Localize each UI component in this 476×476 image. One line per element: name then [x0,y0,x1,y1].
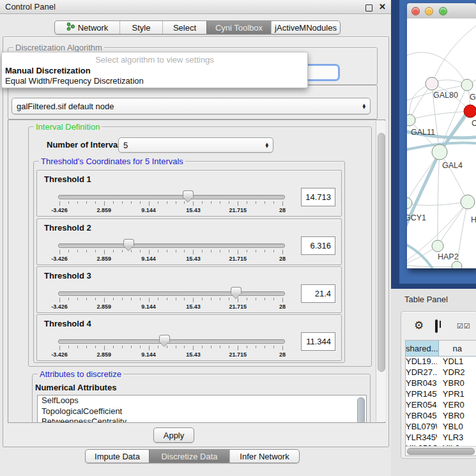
cell-shared-name[interactable]: YDR27... [406,367,437,378]
slider-tick [149,298,150,302]
tab-network[interactable]: Network [55,21,119,34]
tab-infer-network[interactable]: Infer Network [229,450,299,463]
attribute-item-selfloops[interactable]: SelfLoops [38,395,366,406]
column-header-shared-name[interactable]: shared... [406,341,439,356]
network-node-gal80[interactable] [426,77,438,90]
threshold-value-field[interactable]: 11.344 [301,332,335,351]
network-node-label: H [471,215,476,224]
cell-shared-name[interactable]: YPR145W [406,389,437,400]
slider-tick [68,298,69,300]
slider-tick [229,250,229,252]
close-icon[interactable]: ✕ [379,2,386,12]
cell-name[interactable]: YDL1 [437,357,476,367]
threshold-value-field[interactable]: 21.4 [301,284,335,303]
combo-stepper-icon: ▲▼ [265,142,268,148]
slider-tick [256,298,256,300]
network-node-ga[interactable] [461,79,473,91]
network-node-gcy1[interactable] [407,197,412,209]
cell-shared-name[interactable]: YER054C [406,400,437,411]
slider-tick [220,346,220,348]
slider-tick-label: 28 [279,351,286,358]
slider-tick [86,298,87,300]
network-node-gal4[interactable] [432,144,447,160]
table-row[interactable]: YER054CYER0 [406,400,476,411]
mac-close-button[interactable] [411,7,420,15]
threshold-slider-track[interactable] [58,291,285,296]
table-row[interactable]: YBR043CYBR0 [406,378,476,389]
network-node-hap2[interactable] [432,240,443,252]
cell-shared-name[interactable]: YDL19... [406,357,437,367]
network-node[interactable] [452,261,462,268]
algorithm-dropdown-popup: Select algorithm to view settings Manual… [1,52,308,88]
slider-tick-label: 2.859 [97,303,112,310]
cell-name[interactable]: YDR2 [437,367,476,378]
slider-tick [176,201,176,204]
slider-tick [140,201,141,204]
tab-discretize-data[interactable]: Discretize Data [149,450,229,463]
split-columns-icon[interactable] [435,319,438,333]
threshold-slider-thumb[interactable] [183,190,194,198]
table-row[interactable]: YBR045CYBR0 [406,411,476,422]
float-icon[interactable] [365,4,372,13]
network-node-gal11[interactable] [407,114,415,126]
cell-shared-name[interactable]: YBR045C [406,411,437,422]
cell-name[interactable]: YBR0 [437,378,476,389]
numerical-attributes-list[interactable]: SelfLoopsTopologicalCoefficientBetweenne… [37,395,367,422]
settings-vscrollbar-thumb[interactable] [378,133,385,372]
slider-tick [273,298,274,300]
table-hscrollbar-track[interactable] [406,446,476,456]
table-row[interactable]: YDL19...YDL1 [406,357,476,367]
network-canvas[interactable]: GAL80GACGAL11GAL4GCY1HHAP2 [407,19,476,268]
mac-zoom-button[interactable] [439,7,447,15]
network-window: GAL80GACGAL11GAL4GCY1HHAP2 [407,3,476,268]
threshold-slider-thumb[interactable] [159,335,170,342]
table-row[interactable]: YBL079WYBL0 [406,422,476,433]
tab-select[interactable]: Select [162,21,206,34]
column-header-name[interactable]: na [439,341,476,356]
threshold-slider-track[interactable] [58,339,285,344]
attribute-item-betweennesscentrality[interactable]: BetweennessCentrality [38,417,366,422]
cell-name[interactable]: YBL0 [437,422,476,433]
cell-shared-name[interactable]: YBR043C [406,378,437,389]
dropdown-option-manual-discretization[interactable]: Manual Discretization [2,66,307,76]
slider-tick [256,346,256,348]
cell-shared-name[interactable]: YBL079W [406,422,437,433]
network-window-titlebar[interactable] [407,3,476,19]
slider-tick [95,298,96,300]
select-columns-icon[interactable]: ☑☑ [457,322,471,330]
threshold-value-field[interactable]: 14.713 [301,188,335,206]
cell-name[interactable]: YPR1 [437,389,476,400]
gear-icon[interactable]: ⚙ [414,320,424,331]
tab-impute-data[interactable]: Impute Data [86,450,149,463]
attributes-list-scrollbar-thumb[interactable] [357,397,365,422]
threshold-slider-track[interactable] [58,243,285,248]
tab-style[interactable]: Style [119,21,162,34]
table-row[interactable]: YDR27...YDR2 [406,367,476,378]
cell-name[interactable]: YLR3 [437,433,476,443]
slider-tick [158,346,158,348]
settings-vscrollbar-track[interactable] [376,121,385,422]
table-panel-body: ⚙ ☑☑ shared... na YDL19...YDL1YDR27...YD… [401,311,476,459]
tab-jactivemnodules[interactable]: jActiveMNodules [271,21,340,34]
tab-cyni-toolbox[interactable]: Cyni Toolbox [206,21,271,34]
cell-name[interactable]: YBR0 [437,411,476,422]
threshold-slider-track[interactable] [58,195,285,199]
apply-button[interactable]: Apply [153,427,194,443]
attribute-item-topologicalcoefficient[interactable]: TopologicalCoefficient [38,406,366,417]
table-row[interactable]: YPR145WYPR1 [406,389,476,400]
network-edge-thick [407,243,433,268]
threshold-slider-thumb[interactable] [231,287,242,295]
cell-name[interactable]: YER0 [437,400,476,411]
mac-minimize-button[interactable] [425,7,433,15]
cell-shared-name[interactable]: YLR345W [406,433,437,443]
network-node-h[interactable] [461,195,475,209]
dropdown-option-equal-width-frequency-discretization[interactable]: Equal Width/Frequency Discretization [2,76,307,86]
network-node-c[interactable] [464,105,476,118]
slider-tick [122,201,123,204]
table-hscrollbar-thumb[interactable] [407,448,475,455]
table-row[interactable]: YLR345WYLR3 [406,433,476,443]
number-of-intervals-combobox[interactable]: 5 ▲▼ [118,137,273,153]
table-data-combobox[interactable]: galFiltered.sif default node ▲▼ [12,98,371,114]
threshold-value-field[interactable]: 6.316 [301,236,335,255]
threshold-slider-thumb[interactable] [123,239,134,247]
